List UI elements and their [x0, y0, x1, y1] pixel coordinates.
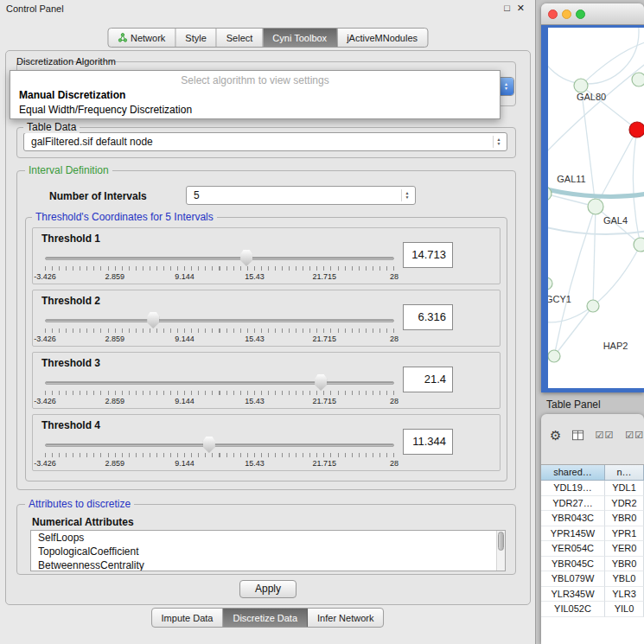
cell[interactable]: YER0 — [605, 541, 644, 557]
tab-select[interactable]: Select — [217, 29, 264, 47]
table-row[interactable]: YDL19… YDL1 — [541, 481, 644, 496]
interval-definition-label: Interval Definition — [25, 164, 112, 176]
tab-impute-data-label: Impute Data — [162, 613, 214, 623]
scale-tick-label: 28 — [390, 335, 399, 343]
scale-tick-label: 9.144 — [175, 459, 194, 468]
table-row[interactable]: YLR345W YLR3 — [541, 587, 644, 603]
table-row[interactable]: YBL079W YBL0 — [541, 571, 644, 587]
table-row[interactable]: YER054C YER0 — [541, 541, 644, 557]
tab-network[interactable]: Network — [108, 29, 175, 47]
column-header-name[interactable]: n… — [605, 465, 644, 481]
threshold-2-slider[interactable]: -3.426 2.859 9.144 15.43 21.715 28 — [45, 311, 394, 346]
cell[interactable]: YLR3 — [605, 587, 644, 603]
slider-track[interactable] — [45, 319, 394, 322]
cell[interactable]: YDR2 — [605, 496, 644, 512]
tab-discretize-data[interactable]: Discretize Data — [223, 609, 308, 627]
threshold-4-slider[interactable]: -3.426 2.859 9.144 15.43 21.715 28 — [45, 436, 394, 470]
threshold-4-value[interactable]: 11.344 — [403, 429, 453, 455]
table-data-combobox[interactable]: galFiltered.sif default node ▲ ▼ — [23, 132, 507, 151]
scrollbar-thumb[interactable] — [498, 532, 504, 551]
number-of-intervals-combobox[interactable]: 5 ▲ ▼ — [186, 186, 416, 205]
cell[interactable]: YDL19… — [541, 481, 605, 496]
node — [587, 300, 599, 312]
scale-tick-label: 21.715 — [312, 459, 336, 468]
close-traffic-light-icon[interactable] — [548, 10, 558, 19]
network-window-titlebar[interactable] — [541, 3, 644, 25]
combobox-arrows-icon[interactable]: ▲ ▼ — [499, 78, 513, 95]
cell[interactable]: YBR0 — [605, 557, 644, 572]
cell[interactable]: YDR27… — [541, 496, 605, 512]
scale-tick-label: 15.43 — [245, 335, 265, 343]
select-all-checks-icon[interactable]: ☑☑ — [596, 430, 615, 441]
slider-thumb[interactable] — [240, 250, 252, 266]
highlighted-edge[interactable] — [548, 188, 644, 196]
cell[interactable]: YDL1 — [605, 481, 644, 496]
cell[interactable]: YIL052C — [541, 602, 605, 617]
cyni-toolbox-panel: Discretization Algorithm ▲ ▼ Select algo… — [5, 50, 531, 605]
table-row[interactable]: YBR043C YBR0 — [541, 511, 644, 526]
cell[interactable]: YBR0 — [605, 511, 644, 526]
table-panel-window: ⚙ ☑☑ ☑☑ shared… n… YDL19… YDL1 YDR27… YD… — [541, 414, 644, 644]
cell[interactable]: YLR345W — [541, 587, 605, 603]
threshold-2-value[interactable]: 6.316 — [403, 304, 453, 330]
close-panel-icon[interactable]: ✕ — [517, 3, 525, 14]
threshold-4-label: Threshold 4 — [41, 419, 100, 431]
table-row[interactable]: YIL052C YIL0 — [541, 602, 644, 617]
cell[interactable]: YPR145W — [541, 526, 605, 542]
deselect-checks-icon[interactable]: ☑☑ — [625, 430, 644, 441]
cell[interactable]: YBR045C — [541, 557, 605, 572]
slider-thumb[interactable] — [203, 437, 215, 453]
node — [548, 277, 552, 290]
cell[interactable]: YER054C — [541, 541, 605, 557]
cell[interactable]: YBL079W — [541, 571, 605, 587]
table-row[interactable]: YDR27… YDR2 — [541, 496, 644, 512]
threshold-3-value[interactable]: 21.4 — [403, 367, 453, 392]
threshold-1-slider[interactable]: -3.426 2.859 9.144 15.43 21.715 28 — [45, 249, 394, 284]
tab-impute-data[interactable]: Impute Data — [152, 609, 224, 627]
minimize-traffic-light-icon[interactable] — [562, 10, 571, 19]
cell[interactable]: YPR1 — [605, 526, 644, 542]
slider-thumb[interactable] — [147, 312, 159, 328]
slider-scale: -3.426 2.859 9.144 15.43 21.715 28 — [45, 335, 394, 344]
network-window: GAL80 GAL11 GAL4 GCY1 HAP2 — [541, 3, 644, 392]
selected-node[interactable] — [629, 122, 644, 137]
tab-style[interactable]: Style — [175, 29, 216, 47]
combobox-arrows-icon: ▲ ▼ — [401, 189, 412, 201]
numerical-attributes-list[interactable]: SelfLoops TopologicalCoefficient Between… — [30, 530, 506, 571]
list-item[interactable]: TopologicalCoefficient — [31, 545, 505, 558]
popup-item-equal-width-frequency[interactable]: Equal Width/Frequency Discretization — [10, 103, 500, 118]
attributes-group-label: Attributes to discretize — [25, 498, 134, 510]
column-header-shared-name[interactable]: shared… — [541, 465, 605, 481]
table-row[interactable]: YPR145W YPR1 — [541, 526, 644, 542]
cell[interactable]: YIL0 — [605, 602, 644, 617]
scale-tick-label: 15.43 — [245, 459, 265, 468]
slider-ticks — [45, 328, 394, 333]
node — [632, 73, 644, 86]
list-item[interactable]: SelfLoops — [31, 531, 505, 545]
threshold-3-slider[interactable]: -3.426 2.859 9.144 15.43 21.715 28 — [45, 373, 394, 408]
tab-jactivemnodules[interactable]: jActiveMNodules — [337, 29, 427, 47]
slider-thumb[interactable] — [315, 374, 327, 391]
scale-tick-label: 9.144 — [175, 397, 194, 405]
slider-track[interactable] — [45, 257, 394, 260]
list-scrollbar[interactable] — [496, 531, 505, 571]
float-panel-icon[interactable]: □ — [504, 3, 510, 14]
network-canvas[interactable]: GAL80 GAL11 GAL4 GCY1 HAP2 — [548, 28, 644, 388]
slider-track[interactable] — [45, 381, 394, 385]
cell[interactable]: YBL0 — [605, 571, 644, 587]
gear-icon[interactable]: ⚙ — [550, 429, 561, 442]
node-label: GAL11 — [557, 174, 585, 184]
arrow-down-icon: ▼ — [504, 86, 508, 91]
cell[interactable]: YBR043C — [541, 511, 605, 526]
columns-icon[interactable] — [572, 430, 583, 441]
table-row[interactable]: YBR045C YBR0 — [541, 557, 644, 572]
slider-track[interactable] — [45, 443, 394, 447]
tab-infer-network[interactable]: Infer Network — [308, 609, 383, 627]
zoom-traffic-light-icon[interactable] — [576, 10, 585, 19]
tab-cyni-toolbox[interactable]: Cyni Toolbox — [263, 29, 337, 47]
apply-button[interactable]: Apply — [239, 580, 296, 598]
list-item[interactable]: BetweennessCentrality — [31, 558, 505, 571]
table-header-row: shared… n… — [541, 465, 644, 481]
popup-item-manual-discretization[interactable]: Manual Discretization — [10, 88, 500, 103]
threshold-1-value[interactable]: 14.713 — [403, 242, 453, 268]
